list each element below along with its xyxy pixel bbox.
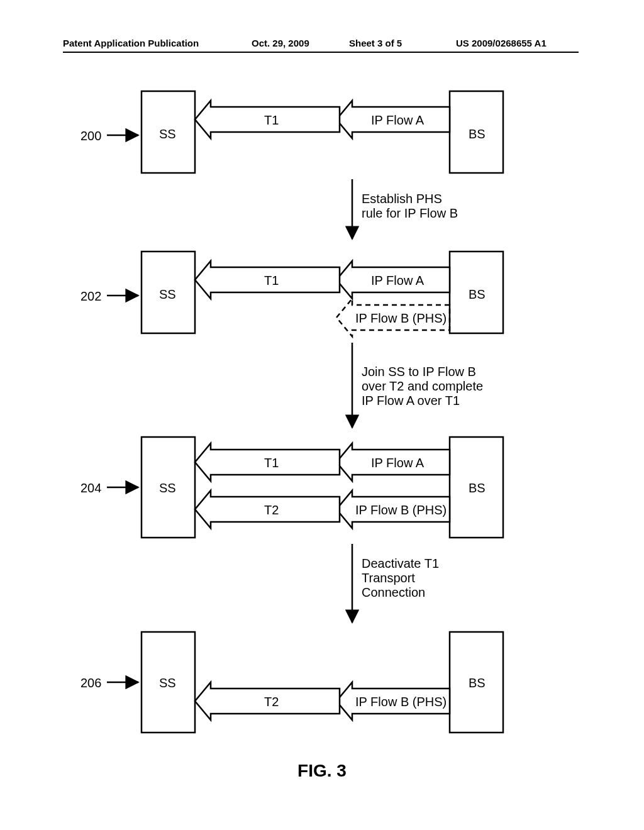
stage-204 <box>142 437 503 538</box>
stage-200 <box>142 91 503 173</box>
header-publication: Patent Application Publication <box>63 38 199 48</box>
ss-box-204: SS <box>159 481 176 495</box>
bs-box-200: BS <box>469 127 486 141</box>
flowA-202: IP Flow A <box>371 274 424 288</box>
bs-box-206: BS <box>469 676 486 690</box>
header-number: US 2009/0268655 A1 <box>456 38 547 48</box>
t1-200: T1 <box>264 113 279 128</box>
t2-206: T2 <box>264 695 279 709</box>
ref-206: 206 <box>80 676 101 690</box>
header-divider <box>63 52 579 53</box>
ref-204: 204 <box>80 481 101 495</box>
header-date: Oct. 29, 2009 <box>252 38 309 48</box>
ref-200: 200 <box>80 129 101 143</box>
flowB-206: IP Flow B (PHS) <box>355 695 447 709</box>
ref-202: 202 <box>80 289 101 304</box>
flowA-204: IP Flow A <box>371 456 424 470</box>
ss-box-206: SS <box>159 676 176 690</box>
flowA-200: IP Flow A <box>371 113 424 128</box>
step-3: Deactivate T1 Transport Connection <box>362 556 439 600</box>
stage-206 <box>142 632 503 733</box>
t1-204: T1 <box>264 456 279 470</box>
step-1: Establish PHS rule for IP Flow B <box>362 192 458 221</box>
figure-3: .box { fill:#fff; stroke:#000; stroke-wi… <box>0 69 644 761</box>
ss-box-200: SS <box>159 127 176 141</box>
flowB-202: IP Flow B (PHS) <box>355 311 447 326</box>
flowB-204: IP Flow B (PHS) <box>355 503 447 517</box>
t2-204: T2 <box>264 503 279 517</box>
figure-caption: FIG. 3 <box>0 761 644 781</box>
ss-box-202: SS <box>159 287 176 302</box>
stage-202 <box>142 252 503 336</box>
header-sheet: Sheet 3 of 5 <box>349 38 402 48</box>
bs-box-204: BS <box>469 481 486 495</box>
t1-202: T1 <box>264 274 279 288</box>
step-2: Join SS to IP Flow B over T2 and complet… <box>362 365 483 408</box>
bs-box-202: BS <box>469 287 486 302</box>
